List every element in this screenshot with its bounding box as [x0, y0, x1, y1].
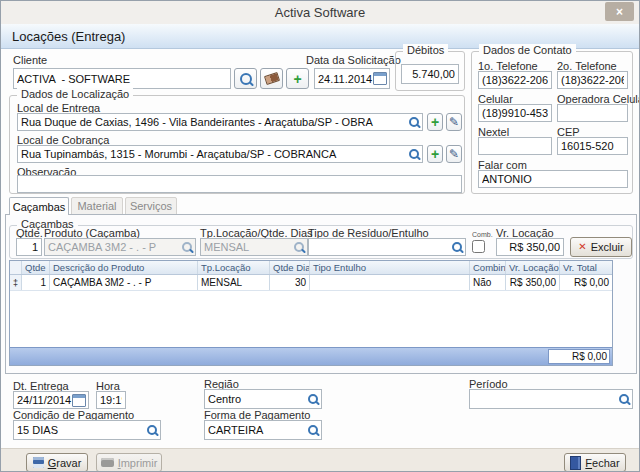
- cep-input[interactable]: [558, 140, 627, 152]
- localizacao-title: Dados de Localização: [17, 88, 133, 100]
- cacambas-group: Caçambas Qtde. Produto (Caçamba) Tp.Loca…: [9, 225, 633, 259]
- excluir-button[interactable]: ✕ Excluir: [570, 237, 632, 257]
- app-window: Activa Software × Locações (Entrega) Cli…: [0, 0, 640, 472]
- local-cobranca-edit-button[interactable]: ✎: [446, 145, 462, 163]
- cliente-add-button[interactable]: +: [286, 68, 309, 89]
- cacambas-grid: Qtde Descrição do Produto Tp.Locação Qtd…: [9, 260, 613, 366]
- comb-checkbox[interactable]: [472, 240, 485, 253]
- qtde-field: [16, 238, 42, 256]
- cliente-search-button[interactable]: [234, 68, 257, 89]
- save-icon: [33, 457, 44, 468]
- tab-cacambas[interactable]: Caçambas: [9, 197, 69, 215]
- tel2-field: [557, 71, 628, 89]
- grid-footer-total: R$ 0,00: [548, 349, 610, 364]
- col-qtde: Qtde: [22, 261, 50, 274]
- delete-x-icon: ✕: [578, 242, 586, 252]
- tab-material[interactable]: Material: [71, 197, 123, 215]
- forma-pagamento-search[interactable]: [305, 421, 321, 439]
- vr-locacao-input[interactable]: [497, 241, 563, 253]
- row-marker-icon: ‡: [10, 275, 22, 290]
- cliente-label: Cliente: [13, 54, 47, 66]
- cell-qtde: 1: [22, 275, 50, 290]
- cliente-clear-button[interactable]: [260, 68, 283, 89]
- cliente-input[interactable]: [14, 73, 230, 85]
- close-icon: ×: [616, 5, 623, 19]
- title-bar: Activa Software ×: [1, 1, 639, 25]
- periodo-input[interactable]: [470, 393, 616, 405]
- tipo-residuo-search[interactable]: [449, 239, 465, 255]
- local-entrega-search[interactable]: [406, 114, 422, 130]
- tab-servicos[interactable]: Serviços: [125, 197, 177, 215]
- produto-input: [45, 241, 179, 253]
- periodo-search[interactable]: [616, 390, 632, 408]
- grid-footer: R$ 0,00: [10, 347, 612, 365]
- nextel-input[interactable]: [479, 140, 551, 152]
- col-vr-total: Vr. Total: [560, 261, 612, 274]
- cliente-field: [13, 68, 231, 89]
- tab-label: Caçambas: [13, 201, 66, 213]
- cond-pagamento-input[interactable]: [14, 424, 144, 436]
- col-combinado: Combinado: [470, 261, 506, 274]
- debitos-input: [402, 68, 458, 80]
- printer-icon: [101, 458, 114, 467]
- local-cobranca-add-button[interactable]: +: [427, 145, 443, 163]
- local-entrega-add-button[interactable]: +: [427, 113, 443, 131]
- regiao-search[interactable]: [305, 390, 321, 408]
- tipo-residuo-input[interactable]: [309, 241, 449, 253]
- qtde-input[interactable]: [17, 241, 41, 253]
- excluir-label: Excluir: [591, 241, 624, 253]
- local-cobranca-search[interactable]: [406, 146, 422, 162]
- plus-icon: +: [293, 74, 301, 84]
- cell-tipo-entulho: [310, 275, 470, 290]
- data-solicitacao-field: [314, 68, 390, 89]
- dt-entrega-input[interactable]: [14, 394, 72, 406]
- debitos-label: Débitos: [403, 44, 448, 56]
- forma-pagamento-input[interactable]: [205, 424, 305, 436]
- operadora-input[interactable]: [558, 107, 627, 119]
- eraser-icon: [263, 72, 279, 85]
- regiao-input[interactable]: [205, 393, 305, 405]
- search-icon: [619, 394, 629, 404]
- comb-label: Comb.: [472, 231, 493, 238]
- calendar-icon[interactable]: [373, 72, 387, 85]
- edit-icon: ✎: [449, 116, 459, 128]
- observacao-input[interactable]: [18, 178, 461, 190]
- hora-input[interactable]: [97, 394, 125, 406]
- local-cobranca-input[interactable]: [18, 148, 406, 160]
- nextel-field: [478, 137, 552, 155]
- local-entrega-input[interactable]: [18, 116, 406, 128]
- search-icon: [182, 242, 192, 252]
- plus-icon: +: [431, 149, 439, 159]
- vr-locacao-field: [496, 238, 564, 256]
- cond-pagamento-search[interactable]: [144, 421, 160, 439]
- search-icon: [294, 242, 304, 252]
- col-vr-locacao: Vr. Locação: [506, 261, 560, 274]
- grid-selector-header: [10, 261, 22, 274]
- regiao-field: [204, 389, 322, 409]
- tp-locacao-field: [200, 238, 308, 256]
- imprimir-button[interactable]: Imprimir: [96, 453, 162, 472]
- observacao-field: [17, 175, 462, 193]
- celular-input[interactable]: [479, 107, 551, 119]
- tel1-input[interactable]: [479, 74, 551, 86]
- calendar-icon[interactable]: [72, 394, 86, 407]
- search-icon: [308, 425, 318, 435]
- contato-title: Dados de Contato: [479, 44, 576, 56]
- search-icon: [147, 425, 157, 435]
- local-entrega-edit-button[interactable]: ✎: [446, 113, 462, 131]
- fechar-button[interactable]: Fechar: [564, 453, 626, 472]
- produto-search: [179, 239, 195, 255]
- cell-combinado: Não: [470, 275, 506, 290]
- gravar-button[interactable]: Gravar: [26, 453, 88, 472]
- col-tipo-entulho: Tipo Entulho: [310, 261, 470, 274]
- tel2-input[interactable]: [558, 74, 627, 86]
- tab-label: Material: [77, 200, 116, 212]
- falar-com-input[interactable]: [479, 173, 627, 185]
- table-row[interactable]: ‡ 1 CAÇAMBA 3M2 - . - P MENSAL 30 Não R$…: [10, 275, 612, 291]
- data-solicitacao-input[interactable]: [315, 73, 373, 85]
- debitos-field: [401, 64, 459, 84]
- hora-field: [96, 391, 126, 409]
- close-button[interactable]: ×: [605, 2, 634, 21]
- cell-vr-locacao: R$ 350,00: [506, 275, 560, 290]
- periodo-field: [469, 389, 633, 409]
